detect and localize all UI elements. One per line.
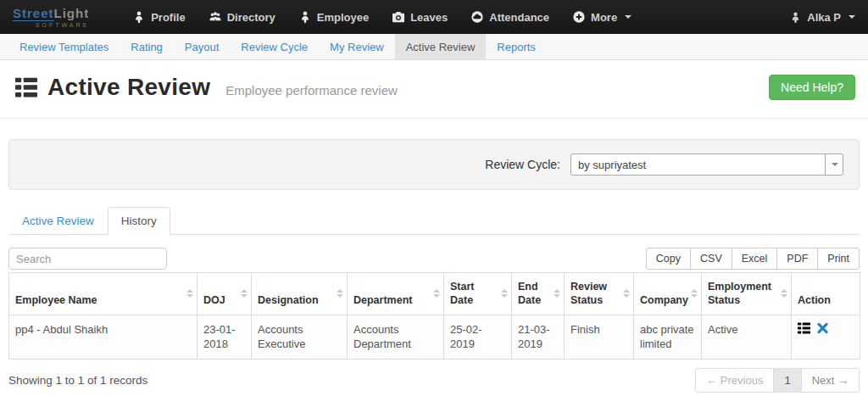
copy-button[interactable]: Copy	[646, 248, 691, 270]
sort-arrows-icon	[433, 289, 440, 298]
users-icon	[209, 11, 221, 23]
table-cell-doj: 23-01-2018	[198, 315, 252, 359]
review-cycle-select[interactable]: by supriyatest	[570, 153, 843, 176]
table-cell-employment-status: Active	[702, 315, 792, 359]
cloud-circle-icon	[471, 11, 483, 23]
pagination: ← Previous 1 Next →	[695, 368, 860, 393]
sort-arrows-icon	[186, 289, 193, 298]
user-icon	[133, 11, 145, 23]
top-nav-menu: ProfileDirectoryEmployeeLeavesAttendance…	[121, 0, 643, 34]
export-toolbar: CopyCSVExcelPDFPrint	[646, 248, 860, 270]
page-header: Active Review Employee performance revie…	[0, 60, 868, 119]
top-navbar: StreetLight SOFTWARE ProfileDirectoryEmp…	[0, 0, 868, 34]
column-header-start-date[interactable]: Start Date	[444, 273, 512, 315]
table-row: pp4 - Abdul Shaikh23-01-2018Accounts Exe…	[9, 315, 860, 359]
table-cell-action	[792, 315, 860, 359]
tab-active-review[interactable]: Active Review	[8, 207, 108, 235]
table-cell-designation: Accounts Executive	[252, 315, 348, 359]
table-cell-company: abc private limited	[634, 315, 702, 359]
sort-arrows-icon	[337, 289, 343, 298]
topnav-item-more[interactable]: More	[561, 0, 643, 34]
sort-arrows-icon	[781, 289, 787, 298]
topnav-item-attendance[interactable]: Attendance	[459, 0, 561, 34]
review-cycle-panel: Review Cycle: by supriyatest	[8, 139, 860, 190]
app-logo-tagline: SOFTWARE	[13, 22, 89, 28]
next-page-button[interactable]: Next →	[801, 368, 860, 393]
sort-arrows-icon	[623, 289, 630, 298]
table-header-row: Employee NameDOJDesignationDepartmentSta…	[9, 273, 860, 315]
delete-x-icon[interactable]	[816, 322, 829, 338]
topnav-item-directory[interactable]: Directory	[198, 0, 287, 34]
column-header-review-status[interactable]: Review Status	[565, 273, 634, 315]
select-caret-box[interactable]	[825, 154, 843, 175]
column-header-designation[interactable]: Designation	[252, 273, 348, 315]
column-header-employee-name[interactable]: Employee Name	[9, 273, 198, 315]
column-header-employment-status[interactable]: Employment Status	[702, 273, 792, 315]
review-cycle-label: Review Cycle:	[485, 158, 560, 171]
review-tabs: Active ReviewHistory	[8, 207, 860, 235]
subnav-item-review-cycle[interactable]: Review Cycle	[230, 34, 319, 59]
sort-arrows-icon	[501, 289, 508, 298]
previous-page-button[interactable]: ← Previous	[695, 368, 774, 393]
module-subnav: Review TemplatesRatingPayoutReview Cycle…	[0, 34, 868, 60]
table-footer: Showing 1 to 1 of 1 records ← Previous 1…	[8, 368, 860, 393]
caret-down-icon	[832, 163, 838, 166]
review-table: Employee NameDOJDesignationDepartmentSta…	[8, 272, 860, 360]
table-toolbar: CopyCSVExcelPDFPrint	[8, 248, 860, 270]
table-cell-department: Accounts Department	[348, 315, 444, 359]
subnav-item-my-review[interactable]: My Review	[319, 34, 395, 59]
user-icon	[790, 12, 801, 23]
user-menu-label: Alka P	[807, 11, 841, 24]
excel-button[interactable]: Excel	[732, 248, 778, 270]
user-icon	[299, 11, 311, 23]
pdf-button[interactable]: PDF	[776, 248, 818, 270]
topnav-item-employee[interactable]: Employee	[287, 0, 381, 34]
sort-arrows-icon	[241, 289, 248, 298]
tab-history[interactable]: History	[108, 207, 170, 235]
table-cell-end-date: 21-03-2019	[512, 315, 565, 359]
table-body: pp4 - Abdul Shaikh23-01-2018Accounts Exe…	[9, 315, 860, 359]
plus-circle-icon	[573, 11, 585, 23]
page-title: Active Review	[47, 74, 210, 101]
caret-down-icon	[625, 15, 632, 19]
column-header-doj[interactable]: DOJ	[198, 273, 252, 315]
table-cell-start-date: 25-02-2019	[444, 315, 512, 359]
csv-button[interactable]: CSV	[690, 248, 732, 270]
sort-arrows-icon	[691, 289, 698, 298]
review-table-wrap: Employee NameDOJDesignationDepartmentSta…	[8, 272, 860, 360]
page-number-button[interactable]: 1	[773, 368, 801, 393]
print-button[interactable]: Print	[817, 248, 860, 270]
column-header-company[interactable]: Company	[634, 273, 702, 315]
app-logo[interactable]: StreetLight SOFTWARE	[13, 7, 89, 28]
subnav-item-review-templates[interactable]: Review Templates	[8, 34, 120, 59]
view-list-icon[interactable]	[798, 322, 810, 338]
table-cell-review-status: Finish	[565, 315, 634, 359]
page-title-wrap: Active Review Employee performance revie…	[15, 74, 398, 101]
page-subtitle: Employee performance review	[225, 83, 398, 98]
column-header-action: Action	[792, 273, 860, 315]
topnav-item-leaves[interactable]: Leaves	[381, 0, 459, 34]
subnav-item-rating[interactable]: Rating	[120, 34, 174, 59]
sort-arrows-icon	[554, 289, 560, 298]
caret-down-icon	[849, 15, 855, 19]
need-help-button[interactable]: Need Help?	[769, 75, 855, 100]
camera-icon	[392, 11, 404, 23]
topnav-item-profile[interactable]: Profile	[121, 0, 197, 34]
review-cycle-selected-value: by supriyatest	[571, 154, 825, 175]
list-icon	[15, 77, 37, 98]
column-header-end-date[interactable]: End Date	[512, 273, 565, 315]
column-header-department[interactable]: Department	[348, 273, 444, 315]
records-summary: Showing 1 to 1 of 1 records	[8, 374, 147, 387]
app-logo-text: StreetLight	[13, 7, 89, 20]
subnav-item-reports[interactable]: Reports	[486, 34, 547, 59]
search-input[interactable]	[8, 248, 167, 270]
table-cell-employee-name: pp4 - Abdul Shaikh	[9, 315, 198, 359]
subnav-item-active-review[interactable]: Active Review	[395, 34, 487, 59]
user-menu[interactable]: Alka P	[790, 11, 855, 24]
subnav-item-payout[interactable]: Payout	[174, 34, 230, 59]
